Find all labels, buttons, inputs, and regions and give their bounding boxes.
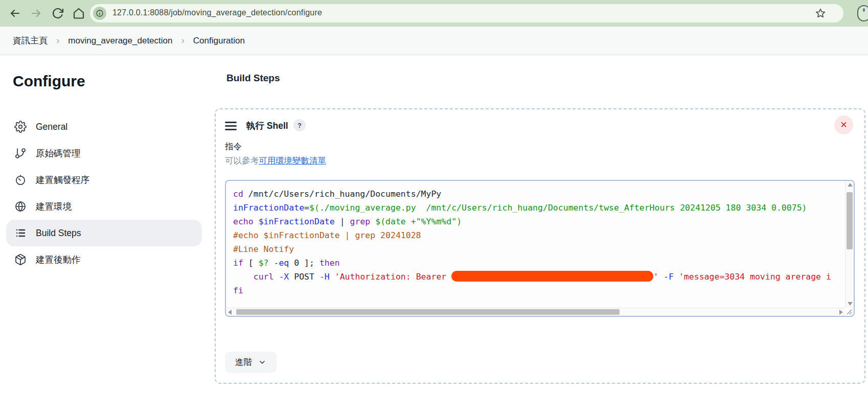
reload-icon[interactable] <box>52 7 64 19</box>
redacted-secret <box>451 271 653 282</box>
code-token: fi <box>233 286 243 295</box>
code-line: cd /mnt/c/Users/rich_huang/Documents/MyP… <box>233 187 845 201</box>
sidebar-item-label: 建置觸發程序 <box>36 174 89 186</box>
scroll-up-arrow[interactable] <box>848 183 853 187</box>
code-token <box>370 217 375 226</box>
code-token: #Line Notify <box>233 244 294 254</box>
vertical-scrollbar-thumb[interactable] <box>847 192 853 249</box>
breadcrumb: 資訊主頁›moving_average_detection›Configurat… <box>13 27 245 55</box>
scroll-left-arrow[interactable] <box>228 310 232 315</box>
code-token: /mnt/c/Users/rich_huang/Documents/MyPy <box>243 189 441 199</box>
code-line: fi <box>233 284 845 297</box>
command-label: 指令 <box>225 141 242 152</box>
browser-profile-avatar[interactable] <box>857 5 868 21</box>
code-token: -H <box>319 272 330 282</box>
code-token: echo <box>233 217 254 226</box>
bookmark-star-icon[interactable] <box>815 8 826 19</box>
code-token <box>233 272 254 282</box>
code-token: inFractionDate <box>233 203 304 213</box>
code-token: -eq <box>274 258 289 268</box>
info-icon <box>96 9 104 17</box>
drag-handle-icon[interactable] <box>225 122 237 130</box>
code-token: curl <box>254 272 274 282</box>
config-sidebar: General原始碼管理建置觸發程序建置環境Build Steps建置後動作 <box>6 113 202 273</box>
delete-step-button[interactable]: ✕ <box>834 115 853 134</box>
forward-icon[interactable] <box>30 7 42 19</box>
shell-script-editor[interactable]: cd /mnt/c/Users/rich_huang/Documents/MyP… <box>225 180 855 317</box>
page-title: Configure <box>13 73 85 90</box>
code-token: POST <box>289 272 319 282</box>
code-token: -X <box>279 272 289 282</box>
env-vars-hint: 可以參考可用環境變數清單 <box>225 155 326 167</box>
code-pane[interactable]: cd /mnt/c/Users/rich_huang/Documents/MyP… <box>226 181 845 308</box>
scroll-right-arrow[interactable] <box>839 310 843 315</box>
code-token <box>330 272 335 282</box>
code-token: $? <box>259 258 269 268</box>
sidebar-item-label: Build Steps <box>36 228 81 239</box>
url-text[interactable]: 127.0.0.1:8088/job/moving_average_detect… <box>112 8 322 17</box>
build-step-card: 執行 Shell ? ✕ 指令 可以參考可用環境變數清單 cd /mnt/c/U… <box>215 108 865 384</box>
browser-toolbar: 127.0.0.1:8088/job/moving_average_detect… <box>0 0 868 27</box>
code-token: then <box>319 258 340 268</box>
sidebar-item-general[interactable]: General <box>6 113 202 140</box>
breadcrumb-item[interactable]: 資訊主頁 <box>13 35 48 47</box>
code-line: inFractionDate=$(./moving_average.py /mn… <box>233 201 845 215</box>
sidebar-item-source-code-mgmt[interactable]: 原始碼管理 <box>6 140 202 167</box>
code-token <box>254 217 259 226</box>
breadcrumb-item[interactable]: moving_average_detection <box>68 36 172 46</box>
env-vars-link[interactable]: 可用環境變數清單 <box>259 156 326 165</box>
step-title: 執行 Shell <box>246 120 288 132</box>
resize-grip-icon[interactable] <box>845 308 853 315</box>
list-icon <box>14 227 27 239</box>
code-line: if [ $? -eq 0 ]; then <box>233 256 845 270</box>
sidebar-item-post-build-actions[interactable]: 建置後動作 <box>6 246 202 273</box>
horizontal-scrollbar[interactable] <box>226 308 845 316</box>
sidebar-item-label: General <box>36 122 67 132</box>
sidebar-item-label: 原始碼管理 <box>36 147 81 159</box>
code-token: [ <box>243 258 259 268</box>
address-bar[interactable]: 127.0.0.1:8088/job/moving_average_detect… <box>90 4 843 22</box>
back-icon[interactable] <box>9 7 21 19</box>
clock-icon <box>14 174 27 186</box>
code-token: $(date +"%Y%m%d") <box>375 217 462 226</box>
breadcrumb-separator-icon: › <box>181 35 184 46</box>
horizontal-scrollbar-thumb[interactable] <box>236 309 620 315</box>
code-token: if <box>233 258 243 268</box>
code-token: 'message=3034 moving arerage i <box>679 272 831 282</box>
code-line: #Line Notify <box>233 242 845 256</box>
code-token: 'Authorization: Bearer <box>335 272 451 282</box>
sidebar-item-label: 建置後動作 <box>36 253 81 266</box>
sidebar-item-label: 建置環境 <box>36 200 72 213</box>
close-icon: ✕ <box>840 120 847 130</box>
breadcrumb-item[interactable]: Configuration <box>193 36 245 46</box>
home-icon[interactable] <box>73 7 85 19</box>
code-token: $(./moving_average.py /mnt/c/Users/rich_… <box>309 203 807 213</box>
code-token <box>674 272 679 282</box>
help-button[interactable]: ? <box>293 119 306 131</box>
site-info-badge[interactable] <box>93 7 106 20</box>
code-token <box>658 272 664 282</box>
sidebar-item-build-environment[interactable]: 建置環境 <box>6 193 202 220</box>
code-token: cd <box>233 189 243 199</box>
sidebar-item-build-triggers[interactable]: 建置觸發程序 <box>6 167 202 193</box>
box-icon <box>14 253 27 266</box>
sidebar-item-build-steps[interactable]: Build Steps <box>6 220 202 246</box>
code-line: echo $inFractionDate | grep $(date +"%Y%… <box>233 215 845 228</box>
hint-prefix: 可以參考 <box>225 156 259 165</box>
chevron-down-icon <box>258 358 266 366</box>
gear-icon <box>14 121 27 133</box>
page: 127.0.0.1:8088/job/moving_average_detect… <box>0 0 868 395</box>
vertical-scrollbar[interactable] <box>845 181 854 308</box>
code-token: ' <box>653 272 658 282</box>
code-token: $inFractionDate <box>259 217 335 226</box>
scroll-down-arrow[interactable] <box>848 302 853 306</box>
section-title: Build Steps <box>226 73 280 84</box>
advanced-button[interactable]: 進階 <box>225 352 277 373</box>
branch-icon <box>14 147 27 159</box>
content-area: Configure General原始碼管理建置觸發程序建置環境Build St… <box>0 55 868 395</box>
breadcrumb-bar: 資訊主頁›moving_average_detection›Configurat… <box>0 27 868 55</box>
globe-icon <box>14 200 27 213</box>
code-line: curl -X POST -H 'Authorization: Bearer '… <box>233 270 845 284</box>
code-token: | <box>335 217 350 226</box>
code-line: #echo $inFractionDate | grep 20241028 <box>233 228 845 242</box>
